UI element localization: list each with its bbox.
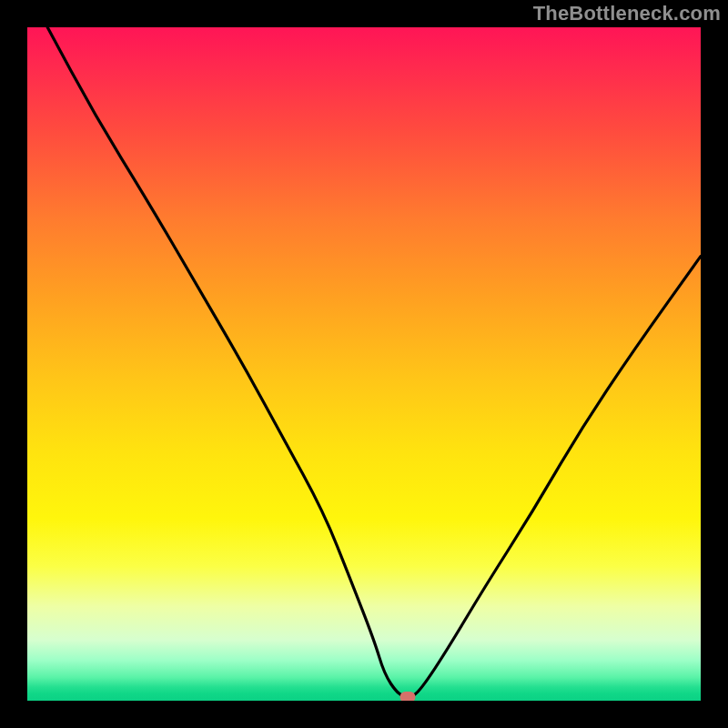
watermark-text: TheBottleneck.com [533, 2, 721, 25]
optimum-marker [400, 692, 416, 701]
bottleneck-curve [27, 27, 701, 701]
plot-area [27, 27, 701, 701]
chart-frame: TheBottleneck.com [0, 0, 728, 728]
